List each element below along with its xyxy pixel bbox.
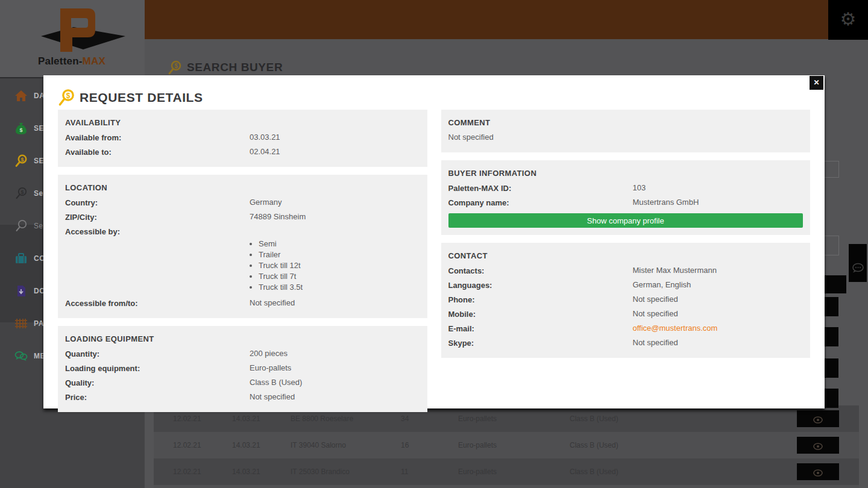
table-row[interactable]: 12.02.21 14.03.21 IT 25030 Brandico 11 E…	[154, 458, 859, 485]
show-company-profile-button[interactable]: Show company profile	[448, 213, 804, 228]
settings-button[interactable]: ⚙	[828, 0, 868, 40]
buyer-information-section: BUYER INFORMATION Paletten-MAX ID: 103 C…	[441, 160, 811, 235]
section-heading: LOADING EQUIPMENT	[65, 333, 420, 347]
cell-quantity: 34	[401, 414, 409, 423]
detail-row: Country: Germany	[65, 196, 420, 210]
cell-date-from: 12.02.21	[173, 468, 201, 476]
document-download-icon	[14, 284, 28, 298]
detail-row: Quantity: 200 pieces	[65, 347, 420, 361]
modal-title: REQUEST DETAILS	[80, 90, 203, 105]
detail-label: Accessible from/to:	[65, 299, 138, 308]
detail-label: Company name:	[448, 198, 509, 207]
cell-location: IT 25030 Brandico	[291, 468, 350, 476]
logo[interactable]: Paletten-MAX	[0, 0, 145, 78]
logo-text: Paletten-MAX	[38, 55, 140, 67]
detail-row: Skype: Not specified	[448, 336, 804, 351]
detail-value: Not specified	[633, 336, 678, 349]
cell-location: IT 39040 Salorno	[291, 441, 346, 449]
cell-quantity: 11	[401, 468, 408, 476]
cell-location: BE 8800 Roeselare	[291, 414, 353, 423]
detail-value: Mister Max Mustermann	[633, 264, 717, 277]
accessible-by-list: Semi Trailer Truck till 12t Truck till 7…	[250, 239, 420, 293]
view-request-button[interactable]	[797, 437, 839, 454]
cell-quality: Class B (Used)	[570, 441, 618, 449]
chat-widget-tab[interactable]	[849, 244, 867, 282]
section-heading: LOCATION	[65, 181, 420, 196]
detail-value: Not specified	[250, 296, 295, 310]
detail-label: Languages:	[448, 281, 492, 290]
location-section: LOCATION Country: Germany ZIP/City: 7488…	[58, 175, 427, 318]
pallet-icon	[14, 317, 28, 330]
speech-bubble-icon	[851, 263, 864, 274]
cell-equipment: Euro-pallets	[458, 414, 497, 423]
cell-equipment: Euro-pallets	[458, 468, 497, 476]
list-item: Truck till 3.5t	[259, 282, 420, 293]
detail-label: Contacts:	[448, 266, 485, 275]
detail-value: 200 pieces	[250, 347, 288, 360]
detail-value: Germany	[250, 196, 281, 209]
page-title: SEARCH BUYER	[187, 61, 283, 74]
home-icon	[14, 89, 28, 102]
list-item: Truck till 12t	[259, 260, 420, 271]
briefcase-icon	[14, 252, 28, 265]
gear-icon: ⚙	[840, 9, 857, 29]
results-table: 12.02.21 14.03.21 BE 8800 Roeselare 34 E…	[145, 405, 868, 488]
modal-left-column: AVAILABILITY Available from: 03.03.21 Av…	[58, 110, 427, 412]
detail-value: German, English	[633, 278, 691, 292]
cell-date-to: 14.03.21	[232, 468, 260, 476]
request-details-modal: ✕ $ REQUEST DETAILS AVAILABILITY Availab…	[43, 75, 825, 408]
sidebar-item-label: PA	[34, 319, 44, 328]
close-button[interactable]: ✕	[810, 76, 823, 90]
search-dollar-icon: $	[58, 89, 75, 108]
cell-date-to: 14.03.21	[232, 414, 260, 423]
logo-text-primary: Paletten-	[38, 55, 83, 67]
detail-label: Available to:	[65, 148, 112, 157]
detail-row: Paletten-MAX ID: 103	[448, 181, 804, 196]
detail-label: E-mail:	[448, 324, 474, 333]
section-heading: CONTACT	[448, 249, 804, 264]
search-dollar-outline-icon: $	[14, 187, 28, 200]
cell-quality: Class B (Used)	[570, 468, 618, 476]
contact-section: CONTACT Contacts: Mister Max Mustermann …	[441, 243, 811, 358]
detail-row: Accessible by: Semi Trailer Truck till 1…	[65, 225, 420, 293]
detail-row: Price: Not specified	[65, 390, 420, 405]
eye-icon	[813, 443, 823, 450]
detail-label: Available from:	[65, 133, 121, 142]
list-item: Semi	[259, 239, 420, 249]
detail-value: 03.03.21	[250, 131, 280, 144]
detail-value: 02.04.21	[250, 145, 280, 158]
email-link[interactable]: office@mustertrans.com	[633, 322, 718, 335]
detail-row: Company name: Mustertrans GmbH	[448, 196, 804, 210]
section-heading: BUYER INFORMATION	[448, 167, 804, 181]
table-row-partial	[154, 485, 859, 488]
detail-label: Skype:	[448, 339, 474, 348]
svg-text:$: $	[19, 127, 22, 133]
detail-row: E-mail: office@mustertrans.com	[448, 322, 804, 336]
table-row[interactable]: 12.02.21 14.03.21 IT 39040 Salorno 16 Eu…	[154, 432, 859, 458]
search-icon	[14, 219, 28, 233]
detail-label: Accessible by:	[65, 227, 120, 236]
view-request-button[interactable]	[797, 410, 839, 427]
eye-icon	[813, 469, 823, 477]
chat-bubbles-icon	[14, 349, 28, 363]
sidebar-item-label: SE	[34, 124, 44, 133]
detail-label: Country:	[65, 198, 98, 207]
detail-row: ZIP/City: 74889 Sinsheim	[65, 210, 420, 225]
section-heading: COMMENT	[448, 116, 804, 131]
cell-equipment: Euro-pallets	[458, 441, 497, 449]
detail-value: 103	[633, 181, 646, 195]
comment-section: COMMENT Not specified	[441, 110, 811, 152]
money-bag-icon: $	[14, 122, 28, 135]
detail-value: Mustertrans GmbH	[633, 196, 699, 209]
view-request-button[interactable]	[797, 463, 839, 480]
detail-row: Contacts: Mister Max Mustermann	[448, 264, 804, 278]
detail-label: Price:	[65, 393, 87, 402]
detail-value: Not specified	[250, 390, 295, 404]
top-header-bar	[145, 0, 828, 39]
cell-quality: Class B (Used)	[570, 414, 618, 423]
cell-date-to: 14.03.21	[232, 441, 260, 449]
svg-text:$: $	[20, 157, 24, 163]
cell-date-from: 12.02.21	[173, 441, 201, 449]
logo-text-accent: MAX	[83, 55, 105, 67]
detail-label: ZIP/City:	[65, 213, 97, 222]
